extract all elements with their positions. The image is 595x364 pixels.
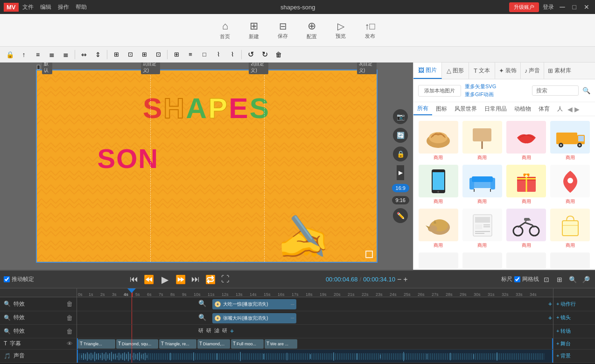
- tl-fit-btn[interactable]: ⊡: [541, 274, 552, 285]
- align-mid-btn[interactable]: ≡: [32, 49, 44, 61]
- subtitle-eye-btn[interactable]: 👁: [67, 340, 73, 347]
- redo-btn[interactable]: ↻: [259, 49, 271, 61]
- edit-canvas-btn[interactable]: ✏️: [393, 208, 408, 223]
- category-people[interactable]: 人: [553, 103, 567, 115]
- snap-btn[interactable]: ⊡: [152, 49, 164, 61]
- align-btn2[interactable]: ≣: [60, 49, 72, 61]
- clip-fx1-main[interactable]: 📀 大吃一惊(播放完消失) ···: [212, 299, 296, 309]
- tl-zoom-in-btn[interactable]: 🔍: [567, 274, 578, 285]
- main-canvas[interactable]: SHAPES SON ✍️: [37, 70, 377, 262]
- panel-item-sofa[interactable]: 商用: [461, 164, 503, 206]
- grid-btn[interactable]: ⊞: [138, 49, 150, 61]
- rotate-btn[interactable]: 🔄: [393, 128, 408, 143]
- grid-checkbox-label[interactable]: 网格线: [514, 275, 539, 283]
- panel-item-map[interactable]: 商用: [549, 164, 591, 206]
- gif-link[interactable]: 重多GIF动画: [465, 91, 496, 98]
- add-lens-btn[interactable]: + 镜头: [556, 314, 571, 321]
- sub-clip-1[interactable]: T Triangle...: [78, 339, 115, 349]
- tab-shapes[interactable]: △ 图形: [442, 63, 469, 79]
- sub-clip-4[interactable]: T Diamond,...: [197, 339, 230, 349]
- maximize-button[interactable]: □: [571, 3, 578, 11]
- order-btn[interactable]: □: [198, 49, 210, 61]
- tab-audio[interactable]: ♪ 声音: [521, 63, 545, 79]
- clip-fx2-main[interactable]: 📀 张嘴大叫(播放完消失) ···: [212, 313, 296, 323]
- toolbar-publish[interactable]: ↑□ 发布: [364, 21, 375, 40]
- align-left-btn[interactable]: ⊞: [170, 49, 182, 61]
- panel-item-more4[interactable]: [549, 252, 591, 270]
- category-sports[interactable]: 体育: [535, 103, 553, 115]
- sub-clip-6[interactable]: T We are ...: [265, 339, 297, 349]
- panel-item-newspaper[interactable]: 商用: [461, 208, 503, 250]
- tl-minus-btn[interactable]: −: [397, 275, 401, 284]
- tab-materials[interactable]: ⊞ 素材库: [544, 63, 575, 79]
- category-scenery[interactable]: 风景世界: [451, 103, 481, 115]
- add-transition-btn[interactable]: + 转场: [556, 328, 571, 335]
- tab-images[interactable]: 🖼 图片: [413, 63, 442, 79]
- panel-item-more2[interactable]: [461, 252, 503, 270]
- panel-item-chicken[interactable]: 商用: [417, 208, 459, 250]
- lock-btn[interactable]: 🔒: [4, 49, 16, 61]
- category-daily[interactable]: 日常用品: [481, 103, 511, 115]
- fx3-btn1[interactable]: 研: [198, 327, 203, 335]
- tl-zoom-out-btn[interactable]: ⊞: [554, 274, 565, 285]
- toolbar-preview[interactable]: ▷ 预览: [336, 21, 346, 40]
- panel-item-phone[interactable]: 商用: [417, 164, 459, 206]
- panel-item-truck[interactable]: 商用: [549, 120, 591, 162]
- tl-fullscreen-btn[interactable]: ⛶: [219, 273, 232, 286]
- panel-item-more1[interactable]: [417, 252, 459, 270]
- add-stage-btn[interactable]: + 舞台: [556, 340, 571, 347]
- push-frame-checkbox[interactable]: [4, 276, 10, 282]
- panel-item-gift[interactable]: 商用: [505, 164, 547, 206]
- toolbar-new[interactable]: ⊞ 新建: [249, 20, 259, 40]
- toolbar-save[interactable]: ⊟ 保存: [278, 21, 288, 40]
- tl-search-btn[interactable]: 🔎: [580, 274, 591, 285]
- align-center-btn[interactable]: ≡: [184, 49, 196, 61]
- distribute-v-btn[interactable]: ⊡: [124, 49, 136, 61]
- toolbar-home[interactable]: ⌂ 首页: [220, 20, 230, 40]
- undo-btn[interactable]: ↺: [245, 49, 257, 61]
- scroll-left-btn[interactable]: ◀: [567, 105, 574, 113]
- panel-item-motorcycle[interactable]: 商用: [505, 208, 547, 250]
- clip-fx2-more[interactable]: ···: [291, 315, 294, 321]
- fx1-del-btn[interactable]: 🗑: [66, 300, 73, 308]
- sub-clip-2[interactable]: T Diamond, squ...: [116, 339, 158, 349]
- lock-canvas-btn[interactable]: 🔒: [393, 147, 408, 161]
- minimize-button[interactable]: ─: [558, 3, 567, 11]
- tab-text[interactable]: T 文本: [469, 63, 495, 79]
- tl-loop-btn[interactable]: 🔁: [204, 273, 217, 286]
- sub-clip-3[interactable]: T Triangle, re...: [159, 339, 196, 349]
- tl-skip-start-btn[interactable]: ⏮: [127, 273, 140, 286]
- menu-help[interactable]: 帮助: [76, 3, 87, 11]
- panel-search-input[interactable]: [532, 85, 579, 96]
- category-animals[interactable]: 动植物: [511, 103, 535, 115]
- menu-edit[interactable]: 编辑: [40, 3, 51, 11]
- category-icons[interactable]: 图标: [432, 103, 451, 115]
- clip-fx1-add-btn[interactable]: +: [548, 300, 552, 308]
- layout-btn[interactable]: ⌇: [212, 49, 224, 61]
- tl-play-btn[interactable]: ▶: [157, 272, 172, 287]
- fx3-btn3[interactable]: 滤: [214, 327, 219, 335]
- login-button[interactable]: 登录: [543, 3, 554, 11]
- flip-h-btn[interactable]: ⇔: [78, 49, 90, 61]
- corner-handle[interactable]: [365, 251, 373, 258]
- svg-link[interactable]: 重多矢量SVG: [465, 83, 496, 90]
- menu-action[interactable]: 操作: [58, 3, 69, 11]
- panel-item-noodles[interactable]: 商用: [417, 120, 459, 162]
- panel-item-sign[interactable]: 商用: [461, 120, 503, 162]
- tl-skip-end-btn[interactable]: ⏭: [189, 273, 202, 286]
- group-btn[interactable]: ⌇: [226, 49, 238, 61]
- flip-v-btn[interactable]: ⇕: [92, 49, 104, 61]
- panel-item-more3[interactable]: [505, 252, 547, 270]
- delete-btn[interactable]: 🗑: [273, 49, 285, 61]
- fx3-add[interactable]: +: [230, 327, 234, 335]
- aspect-9-16[interactable]: 9:16: [392, 196, 409, 204]
- fx2-del-btn[interactable]: 🗑: [66, 314, 73, 322]
- panel-item-bag[interactable]: 商用: [549, 208, 591, 250]
- add-local-btn[interactable]: 添加本地图片: [418, 85, 461, 97]
- menu-file[interactable]: 文件: [22, 3, 34, 11]
- category-all[interactable]: 所有: [413, 103, 432, 115]
- fx3-btn4[interactable]: 研: [222, 327, 227, 335]
- aspect-16-9[interactable]: 16:9: [392, 184, 409, 192]
- scroll-right-btn[interactable]: ▶: [574, 105, 581, 113]
- sub-clip-5[interactable]: T Full moo...: [231, 339, 264, 349]
